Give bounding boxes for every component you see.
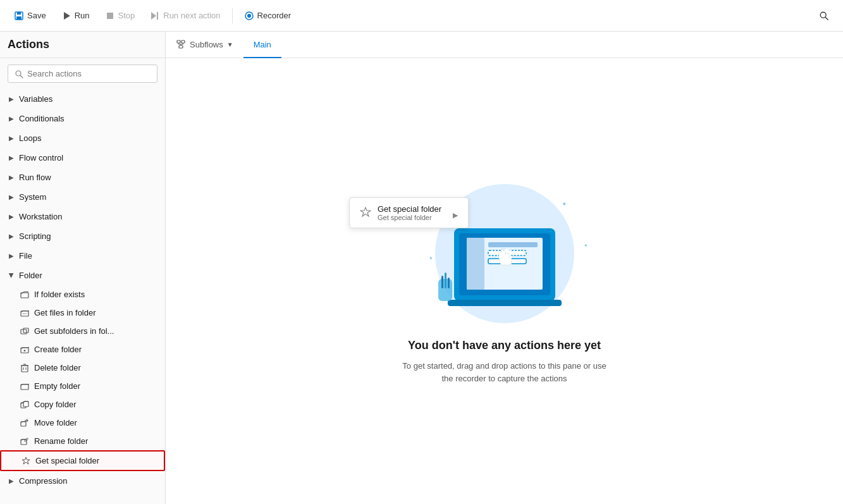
run-next-button[interactable]: Run next action <box>144 7 226 25</box>
sidebar-item-compression[interactable]: ▶ Compression <box>0 471 165 491</box>
sidebar-item-folder[interactable]: ▶ Folder <box>0 266 165 285</box>
category-label: Flow control <box>19 153 63 163</box>
svg-rect-63 <box>448 278 450 288</box>
drag-preview-star-icon <box>360 206 371 220</box>
svg-rect-35 <box>179 46 183 48</box>
save-label: Save <box>27 11 46 20</box>
svg-rect-56 <box>505 249 507 259</box>
rename-folder-icon <box>20 437 29 446</box>
category-label: Workstation <box>19 212 62 221</box>
sidebar-item-variables[interactable]: ▶ Variables <box>0 89 165 109</box>
category-label: Variables <box>19 94 52 104</box>
copy-folder-icon <box>20 400 29 409</box>
sidebar-item-workstation[interactable]: ▶ Workstation <box>0 207 165 226</box>
sidebar-item-file[interactable]: ▶ File <box>0 246 165 266</box>
chevron-icon: ▶ <box>9 252 14 259</box>
run-label: Run <box>75 11 90 20</box>
create-folder-icon <box>20 345 29 354</box>
item-label: If folder exists <box>34 290 85 299</box>
flow-canvas: Get special folder Get special folder ▶ … <box>166 58 843 504</box>
sidebar-item-delete-folder[interactable]: Delete folder <box>0 359 165 377</box>
if-folder-icon <box>20 290 29 299</box>
sidebar-item-conditionals[interactable]: ▶ Conditionals <box>0 109 165 128</box>
save-icon <box>14 11 24 21</box>
item-label: Copy folder <box>34 400 76 409</box>
chevron-icon: ▶ <box>9 115 14 122</box>
sidebar-item-loops[interactable]: ▶ Loops <box>0 128 165 148</box>
item-label: Move folder <box>34 418 77 427</box>
search-box-icon <box>15 70 23 78</box>
content-area: Subflows ▼ Main Get special folder Get s… <box>166 32 843 504</box>
subflows-chevron: ▼ <box>227 41 233 48</box>
get-subfolders-icon <box>20 327 29 336</box>
svg-marker-5 <box>151 12 156 20</box>
item-label: Rename folder <box>34 436 88 446</box>
folder-items: If folder exists Get files in folder Get… <box>0 285 165 471</box>
sidebar-item-copy-folder[interactable]: Copy folder <box>0 395 165 414</box>
sidebar-item-get-subfolders[interactable]: Get subfolders in fol... <box>0 322 165 340</box>
item-label: Create folder <box>34 345 82 354</box>
svg-point-8 <box>247 14 251 18</box>
svg-rect-1 <box>17 12 21 15</box>
sidebar-item-get-special-folder[interactable]: Get special folder <box>0 450 165 471</box>
svg-rect-51 <box>488 242 538 247</box>
search-input[interactable] <box>27 69 151 78</box>
stop-icon <box>105 11 115 21</box>
svg-rect-6 <box>157 12 158 20</box>
chevron-icon: ▶ <box>9 95 14 102</box>
main-area: Actions ▶ Variables ▶ Conditionals ▶ Loo… <box>0 32 843 504</box>
svg-rect-2 <box>16 16 22 20</box>
svg-rect-55 <box>501 250 504 259</box>
sidebar-item-rename-folder[interactable]: Rename folder <box>0 432 165 450</box>
svg-rect-26 <box>21 384 28 390</box>
sidebar-title: Actions <box>0 32 165 58</box>
cursor-icon: ▶ <box>453 211 458 219</box>
sidebar-item-create-folder[interactable]: Create folder <box>0 340 165 359</box>
sidebar-item-empty-folder[interactable]: Empty folder <box>0 377 165 395</box>
delete-folder-icon <box>20 364 29 372</box>
toolbar: Save Run Stop Run next action <box>0 0 843 32</box>
tab-main[interactable]: Main <box>243 32 281 58</box>
svg-line-12 <box>20 75 23 78</box>
drag-preview-card: Get special folder Get special folder ▶ <box>349 197 469 228</box>
svg-marker-3 <box>64 12 70 20</box>
chevron-icon: ▶ <box>9 135 14 142</box>
sidebar-item-folder-section: ▶ Folder If folder exists Get f <box>0 266 165 471</box>
toolbar-divider <box>232 8 233 23</box>
save-button[interactable]: Save <box>8 7 52 25</box>
category-label: Compression <box>19 476 68 486</box>
category-label: Scripting <box>19 231 51 241</box>
item-label: Empty folder <box>34 381 80 391</box>
svg-rect-61 <box>441 276 443 288</box>
drag-preview-title: Get special folder <box>378 204 441 214</box>
recorder-button[interactable]: Recorder <box>238 7 297 25</box>
run-icon <box>61 11 71 21</box>
search-icon <box>819 11 829 21</box>
svg-rect-34 <box>182 40 185 43</box>
sidebar-item-scripting[interactable]: ▶ Scripting <box>0 226 165 246</box>
search-button[interactable] <box>813 7 835 25</box>
chevron-icon: ▶ <box>9 174 14 181</box>
empty-state-description: To get started, drag and drop actions to… <box>397 360 612 384</box>
drag-preview-sub: Get special folder <box>378 214 441 221</box>
empty-state-heading: You don't have any actions here yet <box>408 339 601 352</box>
category-label: File <box>19 251 32 261</box>
svg-marker-32 <box>22 457 30 464</box>
tab-subflows[interactable]: Subflows ▼ <box>166 32 243 58</box>
recorder-icon <box>244 11 254 21</box>
chevron-open-icon: ▶ <box>8 273 15 278</box>
sidebar-item-move-folder[interactable]: Move folder <box>0 414 165 432</box>
run-button[interactable]: Run <box>55 7 96 25</box>
sidebar-item-run-flow[interactable]: ▶ Run flow <box>0 168 165 187</box>
sidebar-item-system[interactable]: ▶ System <box>0 187 165 207</box>
item-label: Delete folder <box>34 363 81 372</box>
stop-button[interactable]: Stop <box>99 7 142 25</box>
run-next-icon <box>150 11 160 21</box>
drag-preview-text: Get special folder Get special folder <box>378 204 441 221</box>
sidebar-item-get-files-in-folder[interactable]: Get files in folder <box>0 304 165 322</box>
svg-text:✦: ✦ <box>584 243 588 249</box>
tab-bar: Subflows ▼ Main <box>166 32 843 58</box>
sidebar-item-if-folder-exists[interactable]: If folder exists <box>0 285 165 304</box>
sidebar-item-flow-control[interactable]: ▶ Flow control <box>0 148 165 168</box>
svg-rect-33 <box>177 40 180 43</box>
